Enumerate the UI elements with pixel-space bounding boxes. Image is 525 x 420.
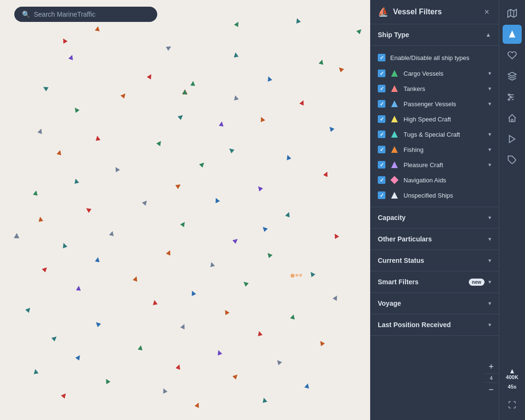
vessel-marker[interactable] [228,147,234,153]
vessel-marker[interactable] [266,76,273,82]
vessel-marker[interactable] [176,364,182,370]
section-smart-filters[interactable]: Smart Filters new ▾ [370,271,499,293]
vessel-marker[interactable] [73,178,79,184]
ship-item-passenger[interactable]: Passenger Vessels ▾ [370,96,499,111]
vessel-marker[interactable] [194,401,201,408]
vessel-marker[interactable] [234,20,241,27]
ship-item-pleasure[interactable]: Pleasure Craft ▾ [370,157,499,172]
passenger-expand-icon[interactable]: ▾ [488,100,491,107]
vessel-marker[interactable] [261,225,268,232]
vessel-marker[interactable] [142,199,149,206]
vessel-marker[interactable] [213,197,220,203]
toolbar-waypoint-button[interactable] [503,109,522,128]
vessel-marker[interactable] [61,242,68,249]
vessel-marker[interactable] [256,185,263,191]
fishing-checkbox[interactable] [378,146,385,153]
section-other-particulars[interactable]: Other Particulars ▾ [370,229,499,250]
vessel-marker[interactable] [233,95,239,100]
vessel-marker[interactable] [113,166,120,172]
pleasure-expand-icon[interactable]: ▾ [488,161,491,168]
section-current-status[interactable]: Current Status ▾ [370,250,499,271]
vessel-marker[interactable] [275,359,282,365]
vessel-marker[interactable] [166,44,172,51]
vessel-marker[interactable] [309,270,315,277]
vessel-marker[interactable] [51,335,58,341]
vessel-marker[interactable] [333,294,339,301]
vessel-marker[interactable] [232,373,239,380]
vessel-marker[interactable] [180,323,186,329]
ship-item-navaid[interactable]: Navigation Aids [370,172,499,188]
vessel-marker[interactable] [328,125,334,132]
vessel-marker[interactable] [209,261,215,267]
vessel-marker[interactable] [133,276,139,282]
vessel-marker[interactable] [109,230,115,236]
ship-item-unspecified[interactable]: Unspecified Ships [370,188,499,203]
tankers-checkbox[interactable] [378,85,385,92]
vessel-marker[interactable] [295,18,301,24]
zoom-in-button[interactable]: + [485,360,498,374]
vessel-marker[interactable] [33,369,39,374]
vessel-marker[interactable] [199,161,206,168]
section-last-position[interactable]: Last Position Received ▾ [370,314,499,336]
section-capacity[interactable]: Capacity ▾ [370,207,499,229]
vessel-marker[interactable] [190,290,196,296]
ship-item-cargo[interactable]: Cargo Vessels ▾ [370,66,499,81]
vessel-marker[interactable] [95,26,101,31]
search-bar[interactable]: 🔍 [14,7,157,22]
vessel-marker[interactable] [285,154,292,160]
vessel-marker[interactable] [61,37,68,44]
vessel-marker[interactable] [266,251,273,258]
vessel-marker[interactable] [299,99,305,105]
highspeed-checkbox[interactable] [378,115,385,123]
enable-all-checkbox[interactable] [378,54,385,61]
vessel-marker[interactable] [61,392,68,399]
vessel-marker[interactable] [152,300,158,305]
vessel-marker[interactable] [156,140,163,146]
vessel-marker[interactable] [180,220,187,227]
vessel-marker[interactable] [233,52,239,58]
toolbar-fullscreen-button[interactable] [503,395,522,414]
vessel-marker[interactable] [304,383,310,389]
vessel-marker[interactable] [337,66,344,72]
vessel-marker[interactable] [75,354,82,360]
vessel-marker[interactable] [38,128,44,134]
unspecified-checkbox[interactable] [378,191,385,199]
vessel-marker[interactable] [95,135,101,141]
cargo-checkbox[interactable] [378,70,385,77]
vessel-marker[interactable] [323,170,329,177]
toolbar-play-button[interactable] [503,130,522,149]
vessel-marker[interactable] [318,340,325,346]
vessel-marker[interactable] [175,182,182,189]
vessel-marker[interactable] [57,150,62,155]
ship-item-tankers[interactable]: Tankers ▾ [370,81,499,96]
enable-all-row[interactable]: Enable/Disable all ship types [370,50,499,66]
vessel-marker[interactable] [85,206,91,213]
vessel-marker[interactable] [42,266,49,272]
vessel-marker[interactable] [178,113,184,120]
vessel-marker[interactable] [33,190,39,196]
vessel-marker[interactable] [216,350,222,356]
vessel-marker[interactable] [259,116,265,122]
close-panel-button[interactable]: × [482,7,491,17]
vessel-marker[interactable] [232,237,239,244]
cargo-expand-icon[interactable]: ▾ [488,70,491,77]
toolbar-label-button[interactable] [503,150,522,170]
ship-item-highspeed[interactable]: High Speed Craft [370,111,499,127]
search-input[interactable] [34,10,150,18]
toolbar-map-button[interactable] [503,4,522,23]
vessel-marker[interactable] [319,59,324,65]
passenger-checkbox[interactable] [378,100,385,108]
vessel-marker[interactable] [138,345,143,350]
vessel-marker[interactable] [191,81,196,86]
vessel-marker[interactable] [73,106,80,113]
toolbar-vessel-button[interactable] [503,25,522,44]
tugs-expand-icon[interactable]: ▾ [488,131,491,138]
vessel-marker[interactable] [223,309,230,315]
toolbar-favorites-button[interactable] [503,46,522,65]
navaid-checkbox[interactable] [378,176,385,184]
toolbar-filter-button[interactable] [503,88,522,107]
vessel-marker[interactable] [290,314,296,320]
vessel-marker[interactable] [94,320,101,327]
pleasure-checkbox[interactable] [378,161,385,169]
vessel-marker[interactable] [257,330,262,336]
